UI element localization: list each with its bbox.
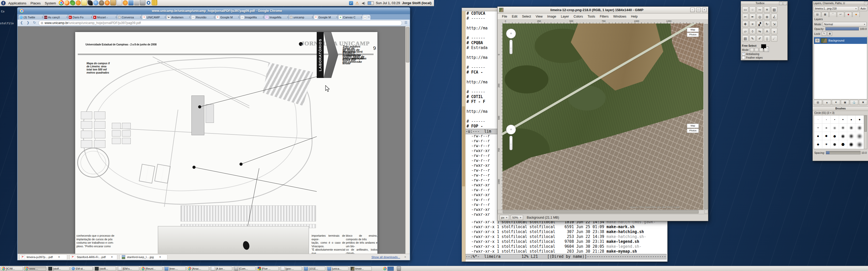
measure-tool[interactable]: ∠: [771, 14, 777, 20]
dired-file-name[interactable]: make-hatching.sh-: [607, 234, 646, 239]
minimize-button[interactable]: −: [690, 8, 695, 12]
dired-file-row[interactable]: -rwxr-xr-x 1 stolfilocal stolfilocal 203…: [467, 249, 656, 254]
brush-swatch[interactable]: ●: [839, 140, 847, 148]
browser-tab[interactable]: Canvas C×: [337, 14, 364, 20]
brush-swatch[interactable]: ●: [814, 124, 822, 132]
emacs-scrollbar[interactable]: [462, 11, 466, 262]
dired-file-name[interactable]: make-mark.sh: [607, 225, 634, 229]
new-layer-button[interactable]: ▧: [814, 100, 822, 105]
clock[interactable]: Sun Jul 1, 03:29: [376, 1, 400, 5]
scissors-tool[interactable]: ✂: [742, 14, 748, 20]
blend-tool[interactable]: ▤: [742, 35, 748, 41]
browser-tab[interactable]: Dario Fo×: [67, 14, 94, 20]
browser-tab[interactable]: UNICAMP×: [141, 14, 167, 20]
inkscape-launcher-icon[interactable]: [88, 0, 93, 5]
back-button[interactable]: ❮: [19, 21, 24, 25]
shade-button[interactable]: □: [779, 2, 782, 5]
xfig-launcher-icon[interactable]: [117, 0, 122, 5]
download-item[interactable]: Stanford-AR6-Fi....pdf▼: [70, 255, 117, 260]
browser-tab[interactable]: Reunião×: [190, 14, 216, 20]
browser-tab[interactable]: Conversa×: [117, 14, 143, 20]
spacing-slider[interactable]: [826, 151, 861, 154]
airbrush-tool[interactable]: ☄: [771, 35, 777, 41]
maximize-button[interactable]: □: [696, 8, 701, 12]
battery-icon[interactable]: [368, 1, 374, 5]
colors-tab[interactable]: ■: [852, 12, 860, 17]
zoom-tool[interactable]: ⊕: [764, 14, 770, 20]
eraser-tool[interactable]: ▯: [764, 35, 770, 41]
brush-swatch[interactable]: ●: [831, 115, 839, 124]
gimp-menu-item[interactable]: Layer: [559, 15, 571, 18]
pencil-tool[interactable]: ✎: [749, 35, 755, 41]
mode-intersect-button[interactable]: [764, 48, 768, 52]
scanner-launcher-icon[interactable]: [140, 0, 146, 5]
brush-swatch[interactable]: ●: [831, 124, 839, 132]
gimp-vscrollbar[interactable]: [704, 24, 708, 210]
reload-button[interactable]: ↻: [32, 21, 37, 25]
text-editor-launcher-icon[interactable]: [82, 0, 87, 5]
layer-list[interactable]: ⊙ Background: [814, 36, 867, 99]
brush-swatch[interactable]: ●: [847, 124, 856, 132]
browser-tab[interactable]: (3) Twitte×: [18, 14, 44, 20]
forward-button[interactable]: ❯: [26, 21, 30, 25]
brush-swatch[interactable]: ●: [822, 124, 831, 132]
download-item[interactable]: limeira-ju397p....pdf▼: [20, 255, 67, 260]
undo-history-tab[interactable]: ↩: [837, 12, 844, 17]
toolbox-titlebar[interactable]: Toolbox □ ×: [741, 1, 787, 5]
layer-mode-dropdown[interactable]: Normal▼: [823, 22, 867, 27]
feather-edges-checkbox[interactable]: [742, 56, 745, 59]
quickmask-toggle[interactable]: [498, 210, 502, 213]
panel-menu[interactable]: System: [43, 1, 58, 6]
channels-tab[interactable]: ▦: [822, 12, 829, 17]
firefox-launcher-icon[interactable]: [64, 0, 69, 5]
navigation-button[interactable]: [704, 210, 708, 213]
browser-tab[interactable]: w×: [362, 14, 371, 20]
bucket-fill-tool[interactable]: ◒: [771, 28, 777, 34]
color-picker-tool[interactable]: ◎: [757, 14, 763, 20]
raise-layer-button[interactable]: ▲: [823, 100, 831, 105]
chrome-launcher-icon[interactable]: [59, 0, 64, 5]
align-tool[interactable]: ≡: [749, 21, 755, 27]
paintbrush-tool[interactable]: ✐: [757, 35, 763, 41]
close-button[interactable]: ×: [702, 8, 707, 12]
dired-file-name[interactable]: make-hatching.sh: [607, 230, 644, 234]
brush-swatch[interactable]: ●: [856, 140, 864, 148]
horizontal-ruler[interactable]: 025050075010001250: [502, 20, 704, 24]
antialiasing-checkbox[interactable]: ✓: [742, 53, 745, 56]
browser-tab[interactable]: Mozart -×: [92, 14, 118, 20]
dired-file-row[interactable]: -rwxr-xr-x 1 stolfilocal stolfilocal 960…: [467, 244, 656, 249]
gimp-menu-item[interactable]: Select: [520, 15, 533, 18]
brush-swatch[interactable]: ●: [814, 132, 822, 140]
brush-swatch[interactable]: ●: [856, 132, 864, 140]
mode-replace-button[interactable]: [750, 48, 754, 52]
gimp-menu-item[interactable]: Image: [545, 15, 559, 18]
dired-file-row[interactable]: -rwxr-xr-x 1 stolfilocal stolfilocal 970…: [467, 239, 656, 244]
text-tool[interactable]: A: [764, 28, 770, 34]
brush-swatch[interactable]: ●: [831, 140, 839, 148]
vertical-ruler[interactable]: 025050075010001250: [498, 24, 503, 210]
fuzzy-select-tool[interactable]: ✳: [764, 6, 770, 13]
dired-file-name[interactable]: make-legend.sh: [607, 239, 639, 244]
free-select-tool[interactable]: ∾: [757, 6, 763, 13]
scale-tool[interactable]: ⇲: [771, 21, 777, 27]
gimp-titlebar[interactable]: limeira-12-crop.png-218.0 (RGB, 1 layer)…: [498, 7, 708, 13]
brush-swatch[interactable]: ●: [839, 132, 847, 140]
chrome-titlebar[interactable]: www.unicamp.br/unicamp/unicamp_hoje/jorn…: [17, 7, 410, 14]
close-button[interactable]: ×: [783, 2, 786, 5]
fedora-menu-icon[interactable]: f: [1, 1, 6, 5]
dired-file-name[interactable]: make-legend.sh-: [607, 244, 642, 249]
volume-icon[interactable]: ◀): [362, 1, 366, 5]
lock-alpha-button[interactable]: ▦: [828, 32, 832, 36]
browser-tab[interactable]: ImageMa×: [239, 14, 265, 20]
update-warning-icon[interactable]: ⚠: [355, 1, 359, 5]
chevron-down-icon[interactable]: ▼: [111, 256, 113, 258]
browser-tab[interactable]: Andamen×: [165, 14, 192, 20]
plant-launcher-icon[interactable]: [70, 0, 75, 5]
gimp-menu-item[interactable]: File: [500, 15, 509, 18]
crop-tool[interactable]: ▞: [757, 21, 763, 27]
gimp-hscrollbar[interactable]: [502, 210, 704, 214]
dired-file-row[interactable]: -rwxr-xr-x 1 stolfilocal stolfilocal 307…: [467, 230, 656, 234]
audio-launcher-icon[interactable]: [123, 0, 128, 5]
move-tool[interactable]: ✥: [742, 21, 748, 27]
rect-select-tool[interactable]: ▭: [742, 6, 748, 13]
